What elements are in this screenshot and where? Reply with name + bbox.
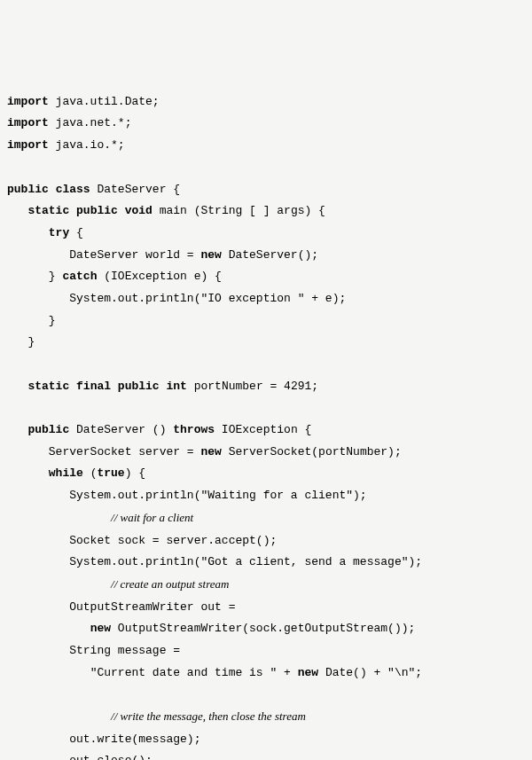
code-keyword: new <box>200 248 221 262</box>
code-text: ServerSocket(portNumber); <box>222 445 402 458</box>
code-text: out.write(message); <box>69 733 200 746</box>
code-keyword: import <box>7 95 49 108</box>
code-line: OutputStreamWriter out = <box>7 600 235 614</box>
code-line: // create an output stream <box>7 578 229 592</box>
code-keyword: final <box>76 380 111 393</box>
code-text: ServerSocket server = <box>49 445 201 458</box>
code-keyword: public <box>118 380 160 393</box>
code-text: ) { <box>125 466 145 480</box>
code-text: portNumber = 4291; <box>187 380 318 393</box>
code-text: System.out.println("Waiting for a client… <box>69 489 366 502</box>
code-keyword: public <box>27 423 69 436</box>
code-line: } <box>7 335 35 349</box>
code-keyword: import <box>7 138 49 152</box>
code-text: IOException { <box>215 423 311 436</box>
code-text: java.io.*; <box>49 138 125 152</box>
code-keyword: new <box>298 666 318 679</box>
code-text: out.close(); <box>69 754 153 760</box>
code-text <box>49 183 56 196</box>
code-line: out.close(); <box>7 754 153 760</box>
code-line: System.out.println("Waiting for a client… <box>7 489 367 502</box>
code-keyword: int <box>166 380 186 393</box>
code-text: Socket sock = server.accept(); <box>69 534 277 547</box>
code-line: "Current date and time is " + new Date()… <box>7 666 422 679</box>
code-text <box>111 380 118 393</box>
code-keyword: new <box>90 622 111 635</box>
code-line: Socket sock = server.accept(); <box>7 534 277 547</box>
code-text: } <box>49 314 56 327</box>
code-block: import java.util.Date; import java.net.*… <box>7 91 525 760</box>
code-keyword: try <box>49 226 69 239</box>
code-text: (IOException e) { <box>97 270 221 283</box>
code-text: } <box>27 335 35 349</box>
code-text: System.out.println("Got a client, send a… <box>69 555 422 568</box>
code-line: import java.io.*; <box>7 138 125 152</box>
code-line: System.out.println("Got a client, send a… <box>7 555 422 568</box>
code-keyword: public <box>7 183 49 196</box>
code-keyword: static <box>27 204 69 217</box>
code-line: import java.util.Date; <box>7 95 160 108</box>
code-line: static public void main (String [ ] args… <box>7 204 325 217</box>
code-line: DateServer world = new DateServer(); <box>7 248 318 262</box>
code-line: ServerSocket server = new ServerSocket(p… <box>7 445 402 458</box>
code-text: String message = <box>69 644 180 657</box>
code-line: String message = <box>7 644 180 657</box>
code-keyword: while <box>49 466 83 480</box>
code-text <box>118 204 125 217</box>
code-keyword: void <box>125 204 153 217</box>
code-text: DateServer { <box>90 183 180 196</box>
code-keyword: class <box>56 183 90 196</box>
code-keyword: import <box>7 116 49 129</box>
code-text: { <box>69 226 83 239</box>
code-line: while (true) { <box>7 466 145 480</box>
code-line: System.out.println("IO exception " + e); <box>7 292 346 305</box>
code-text: OutputStreamWriter out = <box>69 600 235 614</box>
code-text <box>69 204 76 217</box>
code-text: DateServer world = <box>69 248 200 262</box>
code-line: try { <box>7 226 83 239</box>
code-keyword: public <box>76 204 118 217</box>
code-comment: // wait for a client <box>111 511 193 524</box>
code-line: } catch (IOException e) { <box>7 270 222 283</box>
code-text: "Current date and time is " + <box>90 666 298 679</box>
code-keyword: new <box>200 445 221 458</box>
code-comment: // create an output stream <box>111 577 229 591</box>
code-keyword: throws <box>173 423 215 436</box>
code-text: OutputStreamWriter(sock.getOutputStream(… <box>111 622 415 635</box>
code-text: DateServer(); <box>222 248 318 262</box>
code-text: java.util.Date; <box>49 95 160 108</box>
code-text: DateServer () <box>69 423 173 436</box>
code-line: out.write(message); <box>7 733 200 746</box>
code-line: import java.net.*; <box>7 116 131 129</box>
code-text <box>69 380 76 393</box>
code-text: java.net.*; <box>49 116 132 129</box>
code-line: static final public int portNumber = 429… <box>7 380 318 393</box>
code-keyword: catch <box>62 270 97 283</box>
code-keyword: true <box>97 466 124 480</box>
code-text: ( <box>83 466 98 480</box>
code-text: Date() + "\n"; <box>318 666 422 679</box>
code-line: public class DateServer { <box>7 183 180 196</box>
code-text: main (String [ ] args) { <box>153 204 325 217</box>
code-text: } <box>49 270 63 283</box>
code-line: } <box>7 314 56 327</box>
code-text: System.out.println("IO exception " + e); <box>69 292 346 305</box>
code-comment: // write the message, then close the str… <box>111 709 306 723</box>
code-line: public DateServer () throws IOException … <box>7 423 311 436</box>
code-line: // wait for a client <box>7 512 193 525</box>
code-keyword: static <box>27 380 69 393</box>
code-line: new OutputStreamWriter(sock.getOutputStr… <box>7 622 415 635</box>
code-line: // write the message, then close the str… <box>7 710 306 724</box>
